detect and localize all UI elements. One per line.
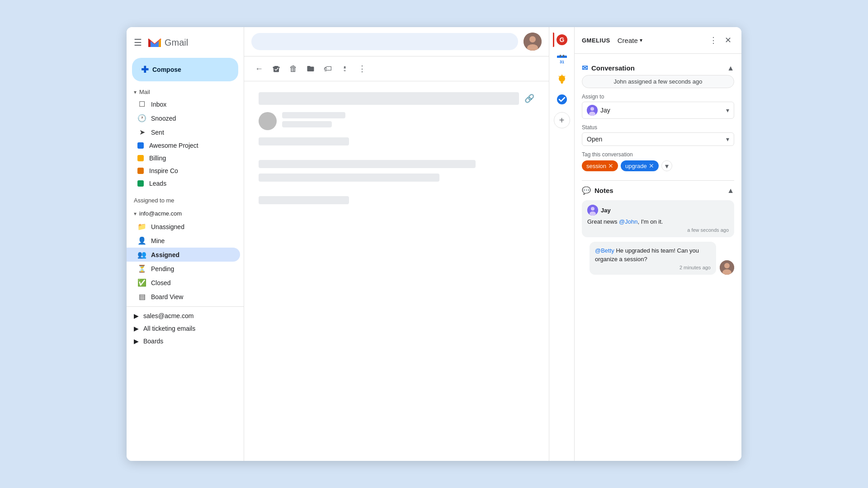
sidebar-item-awesome-project[interactable]: Awesome Project bbox=[127, 139, 240, 152]
note-1-text: Great news @John, I'm on it. bbox=[587, 217, 729, 226]
svg-point-28 bbox=[724, 263, 730, 268]
sales-acme-chevron-icon: ▶ bbox=[134, 312, 139, 319]
sidebar-item-unassigned[interactable]: 📁 Unassigned bbox=[127, 220, 240, 234]
session-tag-close-icon[interactable]: ✕ bbox=[608, 162, 613, 169]
body-skeleton-3 bbox=[259, 174, 439, 182]
snooze-button[interactable] bbox=[337, 61, 353, 76]
email-subject-row: 🔗 bbox=[259, 92, 534, 105]
more-options-button[interactable]: ⋮ bbox=[707, 33, 720, 47]
sidebar-item-all-ticketing[interactable]: ▶ All ticketing emails bbox=[127, 322, 244, 335]
note-1-top: Jay bbox=[587, 205, 729, 216]
add-side-button[interactable]: + bbox=[554, 112, 570, 128]
gmail-text: Gmail bbox=[165, 38, 188, 48]
status-chevron-icon: ▾ bbox=[726, 136, 729, 143]
delete-button[interactable]: 🗑 bbox=[286, 61, 301, 77]
sidebar-item-snoozed[interactable]: 🕐 Snoozed bbox=[127, 111, 240, 125]
conversation-title: ✉ Conversation bbox=[582, 64, 635, 72]
link-icon[interactable]: 🔗 bbox=[524, 94, 534, 103]
sidebar-item-sent[interactable]: ➤ Sent bbox=[127, 125, 240, 139]
archive-button[interactable] bbox=[269, 61, 284, 76]
spacer2 bbox=[259, 187, 534, 191]
sidebar-item-boards[interactable]: ▶ Boards bbox=[127, 335, 244, 347]
conversation-label: Conversation bbox=[591, 64, 635, 72]
sidebar-item-closed[interactable]: ✅ Closed bbox=[127, 276, 240, 290]
svg-line-18 bbox=[564, 76, 565, 77]
user-avatar-image bbox=[524, 33, 542, 51]
sidebar-item-inbox[interactable]: ☐ Inbox bbox=[127, 97, 240, 111]
close-panel-button[interactable]: ✕ bbox=[722, 33, 734, 47]
back-button[interactable]: ← bbox=[251, 61, 267, 77]
assign-to-select-inner: Jay bbox=[587, 105, 726, 116]
gmail-logo: Gmail bbox=[146, 34, 188, 51]
inspire-co-label: Inspire Co bbox=[149, 167, 178, 174]
sidebar-item-leads[interactable]: Leads bbox=[127, 177, 240, 190]
sidebar-item-billing[interactable]: Billing bbox=[127, 152, 240, 164]
note-1-before: Great news bbox=[587, 218, 619, 225]
upgrade-tag-close-icon[interactable]: ✕ bbox=[649, 162, 654, 169]
notes-collapse-button[interactable]: ▲ bbox=[727, 187, 734, 195]
tag-session[interactable]: session ✕ bbox=[582, 160, 618, 171]
sender-detail-skeleton bbox=[282, 121, 332, 127]
top-bar bbox=[244, 27, 549, 56]
board-view-icon: ▤ bbox=[137, 292, 146, 301]
body-skeleton-1 bbox=[259, 137, 349, 145]
user-avatar[interactable] bbox=[524, 33, 542, 51]
tag-upgrade[interactable]: upgrade ✕ bbox=[621, 160, 659, 171]
svg-point-14 bbox=[559, 75, 565, 82]
sidebar-item-sales-acme[interactable]: ▶ sales@acme.com bbox=[127, 310, 244, 322]
bulb-side-icon[interactable] bbox=[553, 70, 571, 89]
check-circle-icon bbox=[556, 94, 568, 105]
billing-dot bbox=[137, 155, 144, 161]
calendar-side-icon[interactable]: 31 31 bbox=[553, 51, 571, 69]
compose-button[interactable]: ✚ Compose bbox=[132, 58, 238, 81]
move-button[interactable] bbox=[303, 61, 318, 76]
sent-label: Sent bbox=[151, 129, 164, 136]
main-content: ← 🗑 🏷 ⋮ 🔗 bbox=[244, 27, 549, 461]
jay-avatar bbox=[587, 105, 598, 116]
info-acme-header[interactable]: ▾ info@acme.com bbox=[127, 207, 244, 220]
body-skeleton-4 bbox=[259, 196, 349, 204]
tags-section: Tag this conversation session ✕ upgrade … bbox=[582, 151, 734, 171]
snoozed-label: Snoozed bbox=[151, 115, 176, 122]
jay-note-avatar bbox=[587, 205, 598, 216]
sidebar-item-pending[interactable]: ⏳ Pending bbox=[127, 262, 240, 276]
tags-expand-button[interactable]: ▾ bbox=[661, 160, 672, 171]
conversation-icon: ✉ bbox=[582, 64, 588, 72]
add-plus-icon: + bbox=[559, 115, 565, 126]
sidebar-item-board-view[interactable]: ▤ Board View bbox=[127, 290, 240, 304]
mail-section: ▾ Mail bbox=[127, 85, 244, 97]
create-button[interactable]: Create ▾ bbox=[614, 35, 646, 46]
spacer bbox=[259, 151, 534, 155]
move-icon bbox=[307, 65, 315, 73]
status-select[interactable]: Open ▾ bbox=[582, 132, 734, 146]
sidebar-item-assigned[interactable]: 👥 Assigned bbox=[127, 248, 240, 262]
snoozed-icon: 🕐 bbox=[137, 114, 146, 122]
assign-to-select[interactable]: Jay ▾ bbox=[582, 102, 734, 119]
inspire-co-dot bbox=[137, 168, 144, 174]
search-input[interactable] bbox=[251, 33, 518, 50]
john-mention: @John bbox=[619, 218, 637, 225]
notes-section: 💬 Notes ▲ bbox=[582, 180, 734, 279]
check-side-icon[interactable] bbox=[553, 90, 571, 108]
sidebar-item-inspire-co[interactable]: Inspire Co bbox=[127, 164, 240, 177]
sender-name-skeleton bbox=[282, 112, 345, 118]
gmelius-header-actions: ⋮ ✕ bbox=[707, 33, 734, 47]
jay-note-avatar-image bbox=[587, 205, 598, 216]
label-button[interactable]: 🏷 bbox=[320, 61, 335, 77]
inbox-label: Inbox bbox=[151, 101, 166, 108]
gmelius-side-icon[interactable]: G bbox=[553, 31, 571, 49]
session-tag-label: session bbox=[586, 163, 606, 169]
svg-rect-15 bbox=[561, 82, 563, 83]
conversation-collapse-button[interactable]: ▲ bbox=[727, 64, 734, 72]
hamburger-icon[interactable]: ☰ bbox=[134, 37, 142, 48]
more-button[interactable]: ⋮ bbox=[354, 60, 370, 77]
pending-icon: ⏳ bbox=[137, 264, 146, 273]
body-skeleton-2 bbox=[259, 160, 476, 168]
bulb-icon bbox=[556, 74, 568, 85]
email-body-skeletons bbox=[259, 137, 534, 204]
status-field: Status Open ▾ bbox=[582, 124, 734, 146]
gmelius-header-left: GMELIUS Create ▾ bbox=[582, 35, 646, 46]
assigned-to-me-label: Assigned to me bbox=[134, 197, 175, 204]
compose-label: Compose bbox=[152, 66, 181, 73]
sidebar-item-mine[interactable]: 👤 Mine bbox=[127, 234, 240, 248]
